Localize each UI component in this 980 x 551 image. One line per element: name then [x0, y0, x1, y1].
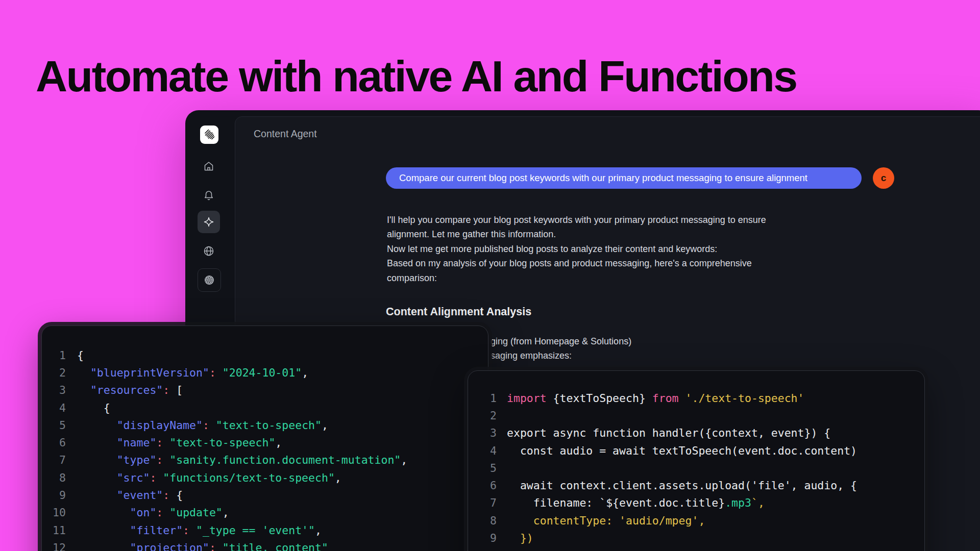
js-code-lines: 1import {textToSpeech} from './text-to-s…	[468, 371, 924, 547]
film-reel-icon	[203, 274, 215, 286]
partial-text-line: saging emphasizes:	[491, 350, 572, 361]
user-avatar: c	[873, 167, 894, 189]
panel-title: Content Agent	[254, 128, 317, 140]
response-line: Based on my analysis of your blog posts …	[387, 256, 766, 270]
notifications-bell-icon[interactable]	[203, 189, 215, 202]
partial-text-line: ging (from Homepage & Solutions)	[491, 336, 631, 347]
json-code-lines: 1{2 "blueprintVersion": "2024-10-01",3 "…	[42, 326, 488, 551]
response-line: Now let me get more published blog posts…	[387, 242, 766, 256]
sparkle-icon	[203, 216, 215, 228]
sanity-logo[interactable]	[200, 126, 218, 144]
response-line: alignment. Let me gather this informatio…	[387, 227, 766, 241]
response-line: comparison:	[387, 271, 766, 285]
response-line: I'll help you compare your blog post key…	[387, 213, 766, 227]
sanity-scribble-icon	[203, 129, 215, 141]
media-reel-button[interactable]	[198, 268, 221, 292]
globe-icon[interactable]	[203, 245, 215, 257]
user-message-bubble: Compare our current blog post keywords w…	[386, 167, 862, 189]
ai-assist-sparkle-icon[interactable]	[198, 211, 220, 233]
blueprint-json-editor[interactable]: 1{2 "blueprintVersion": "2024-10-01",3 "…	[41, 325, 488, 551]
page-title: Automate with native AI and Functions	[36, 51, 797, 102]
analysis-heading: Content Alignment Analysis	[386, 306, 531, 318]
function-js-editor[interactable]: 1import {textToSpeech} from './text-to-s…	[468, 370, 925, 551]
home-icon[interactable]	[203, 160, 215, 172]
assistant-response: I'll help you compare your blog post key…	[387, 213, 766, 285]
